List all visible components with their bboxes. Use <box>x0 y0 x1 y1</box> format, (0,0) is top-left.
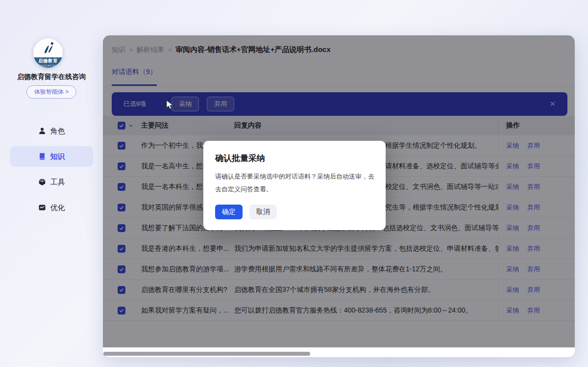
sidebar-item-optimize[interactable]: 优化 <box>10 197 93 218</box>
agent-name: 启德教育留学在线咨询 <box>0 73 103 81</box>
sidebar-item-label: 知识 <box>50 152 65 161</box>
dialog-body-line2: 去自定义问答查看。 <box>215 183 374 196</box>
sidebar-item-tools[interactable]: 工具 <box>10 172 93 192</box>
brand-logo: 启德教育 EDUCATION <box>33 38 63 68</box>
confirm-dialog: 确认批量采纳 请确认是否要采纳选中的对话语料？采纳后自动送审，去 去自定义问答查… <box>203 141 386 230</box>
cube-icon <box>38 178 46 186</box>
horizontal-scrollbar[interactable] <box>103 352 310 356</box>
logo-text-cn: 启德教育 <box>33 58 63 63</box>
sidebar-item-label: 角色 <box>50 127 65 136</box>
book-icon <box>38 153 46 160</box>
logo-text-en: EDUCATION <box>33 63 63 68</box>
dialog-title: 确认批量采纳 <box>215 153 374 164</box>
confirm-button[interactable]: 确定 <box>215 205 243 219</box>
dialog-body: 请确认是否要采纳选中的对话语料？采纳后自动送审，去 去自定义问答查看。 <box>215 170 374 196</box>
sidebar-menu: 角色 知识 工具 优化 <box>10 121 93 223</box>
logo-band: 启德教育 EDUCATION <box>33 57 63 68</box>
person-icon <box>38 127 46 135</box>
optimize-icon <box>38 204 46 211</box>
sidebar-item-role[interactable]: 角色 <box>10 121 93 141</box>
sidebar-item-label: 优化 <box>50 203 65 212</box>
sidebar: 启德教育 EDUCATION 启德教育留学在线咨询 体验智能体 > 角色 知识 … <box>0 0 103 367</box>
sidebar-item-label: 工具 <box>50 178 65 187</box>
cancel-button[interactable]: 取消 <box>249 205 277 219</box>
logo-swoosh-icon <box>39 40 57 58</box>
dialog-body-line1: 请确认是否要采纳选中的对话语料？采纳后自动送审，去 <box>215 170 374 183</box>
try-agent-button[interactable]: 体验智能体 > <box>26 85 76 99</box>
sidebar-item-knowledge[interactable]: 知识 <box>10 146 93 167</box>
